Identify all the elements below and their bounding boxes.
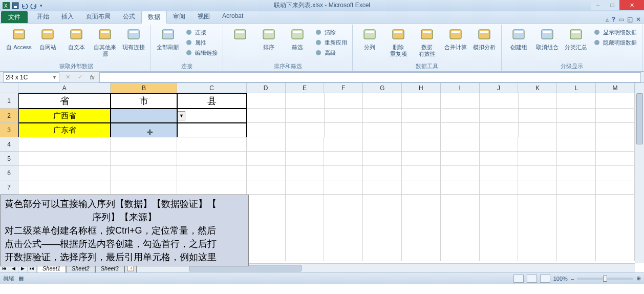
save-icon[interactable]	[11, 2, 19, 10]
undo-icon[interactable]	[20, 2, 29, 10]
cell-K4[interactable]	[518, 137, 557, 152]
col-header-I[interactable]: I	[441, 83, 480, 93]
formula-input[interactable]	[99, 72, 641, 82]
cell-E4[interactable]	[286, 137, 325, 152]
cell-M2[interactable]	[596, 109, 635, 123]
col-header-A[interactable]: A	[18, 83, 111, 93]
consolidate-button[interactable]: 合并计算	[442, 26, 469, 52]
cell-L3[interactable]	[557, 123, 596, 137]
cell-G5[interactable]	[363, 152, 402, 166]
cell-F7[interactable]	[324, 180, 363, 195]
tab-开始[interactable]: 开始	[31, 11, 55, 23]
col-header-C[interactable]: C	[177, 83, 246, 93]
hide-detail-button[interactable]: 隐藏明细数据	[591, 38, 639, 47]
cell-K5[interactable]	[518, 152, 557, 166]
cell-H5[interactable]	[402, 152, 441, 166]
col-header-D[interactable]: D	[247, 83, 286, 93]
ribbon-minimize-icon[interactable]: ▵	[606, 16, 609, 23]
zoom-out-button[interactable]: –	[571, 276, 574, 282]
cell-H2[interactable]	[402, 109, 441, 123]
cell-E2[interactable]	[286, 109, 325, 123]
enter-formula-icon[interactable]: ✓	[75, 73, 85, 82]
horizontal-scrollbar[interactable]	[188, 264, 635, 272]
cell-F1[interactable]	[325, 93, 363, 109]
col-header-B[interactable]: B	[111, 83, 177, 93]
from-other-button[interactable]: 自其他来源	[91, 26, 119, 58]
col-header-J[interactable]: J	[480, 83, 519, 93]
workbook-minimize-icon[interactable]: ▭	[618, 16, 624, 23]
cell-I7[interactable]	[441, 180, 480, 195]
cell-K1[interactable]	[519, 93, 557, 109]
cell-A2[interactable]: 广西省	[18, 109, 111, 123]
cell-M5[interactable]	[596, 152, 635, 166]
row-header-7[interactable]: 7	[0, 180, 18, 195]
col-header-L[interactable]: L	[557, 83, 596, 93]
cell-L2[interactable]	[557, 109, 596, 123]
cell-J8[interactable]	[480, 195, 519, 261]
fx-icon[interactable]: fx	[87, 73, 97, 82]
cell-A1[interactable]: 省	[18, 93, 111, 109]
cell-C1[interactable]: 县	[177, 93, 246, 109]
cell-E6[interactable]	[286, 166, 325, 180]
cell-F3[interactable]	[325, 123, 363, 137]
row-header-4[interactable]: 4	[0, 137, 18, 152]
row-header-2[interactable]: 2	[0, 109, 18, 123]
cell-I8[interactable]	[441, 195, 480, 261]
cell-J5[interactable]	[480, 152, 519, 166]
cancel-formula-icon[interactable]: ✕	[62, 73, 73, 82]
name-box[interactable]: 2R x 1C ▼	[3, 72, 59, 82]
cell-L6[interactable]	[557, 166, 596, 180]
cell-E1[interactable]	[286, 93, 325, 109]
cell-I2[interactable]	[441, 109, 480, 123]
cell-E5[interactable]	[286, 152, 325, 166]
name-box-dropdown-icon[interactable]: ▼	[52, 75, 57, 80]
cell-L4[interactable]	[557, 137, 596, 152]
cell-C5[interactable]	[177, 152, 246, 166]
tab-审阅[interactable]: 审阅	[167, 11, 191, 23]
from-access-button[interactable]: 自 Access	[5, 26, 33, 52]
cell-B7[interactable]	[111, 180, 177, 195]
cell-F4[interactable]	[324, 137, 363, 152]
cell-E3[interactable]	[286, 123, 325, 137]
col-header-H[interactable]: H	[402, 83, 441, 93]
cell-J3[interactable]	[480, 123, 519, 137]
data-validation-button[interactable]: 数据有效性	[413, 26, 441, 58]
edit-links-button[interactable]: 编辑链接	[183, 48, 220, 57]
minimize-button[interactable]: –	[591, 0, 605, 10]
cell-A7[interactable]	[18, 180, 111, 195]
cell-H8[interactable]	[402, 195, 441, 261]
existing-conn-button[interactable]: 现有连接	[120, 26, 147, 52]
maximize-button[interactable]: □	[605, 0, 619, 10]
cell-K8[interactable]	[518, 195, 557, 261]
cell-D4[interactable]	[247, 137, 286, 152]
vertical-scrollbar[interactable]	[635, 83, 644, 263]
cell-M6[interactable]	[596, 166, 635, 180]
from-text-button[interactable]: 自文本	[62, 26, 90, 52]
cell-I6[interactable]	[441, 166, 480, 180]
select-all-corner[interactable]	[0, 83, 18, 93]
cell-C4[interactable]	[177, 137, 246, 152]
properties-button[interactable]: 属性	[183, 38, 220, 47]
row-header-3[interactable]: 3	[0, 123, 18, 137]
cell-D6[interactable]	[247, 166, 286, 180]
cell-L8[interactable]	[557, 195, 596, 261]
row-header-5[interactable]: 5	[0, 152, 18, 166]
cell-L5[interactable]	[557, 152, 596, 166]
cell-D3[interactable]	[247, 123, 286, 137]
cell-F5[interactable]	[324, 152, 363, 166]
cell-M8[interactable]	[596, 195, 635, 261]
col-header-K[interactable]: K	[518, 83, 557, 93]
cell-H1[interactable]	[402, 93, 441, 109]
cell-E7[interactable]	[286, 180, 325, 195]
col-header-F[interactable]: F	[324, 83, 363, 93]
cell-I1[interactable]	[441, 93, 480, 109]
workbook-close-icon[interactable]: ✕	[636, 16, 641, 23]
cell-J7[interactable]	[480, 180, 519, 195]
cell-I3[interactable]	[441, 123, 480, 137]
row-header-6[interactable]: 6	[0, 166, 18, 180]
close-button[interactable]: ✕	[619, 0, 644, 10]
cell-H7[interactable]	[402, 180, 441, 195]
cell-B6[interactable]	[111, 166, 177, 180]
zoom-level[interactable]: 100%	[553, 276, 568, 282]
cell-G3[interactable]	[363, 123, 402, 137]
